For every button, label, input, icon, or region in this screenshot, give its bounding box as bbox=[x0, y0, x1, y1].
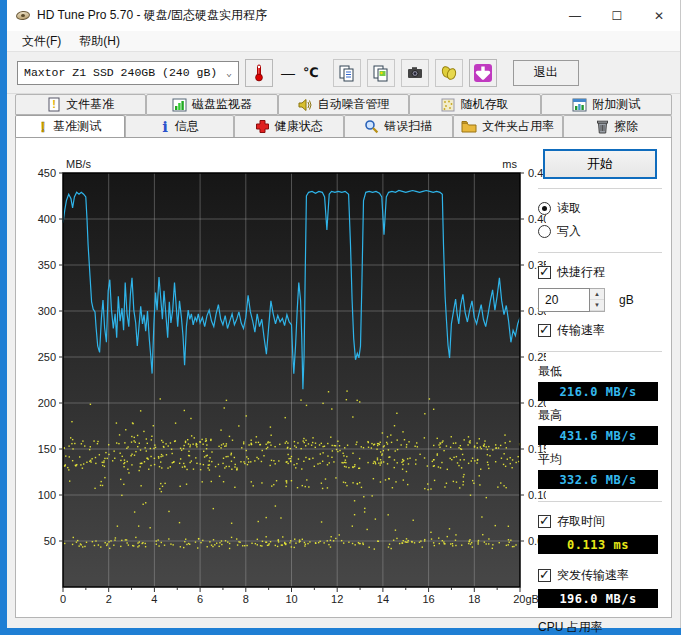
min-speed-display: 216.0 MB/s bbox=[538, 382, 658, 401]
tab-label: 文件夹占用率 bbox=[482, 118, 554, 135]
tab-row-back: ! 文件基准 磁盘监视器 自动噪音管理 随机存取 bbox=[7, 94, 680, 115]
tab-label: 随机存取 bbox=[460, 96, 508, 113]
exclamation-icon: ! bbox=[38, 119, 48, 135]
tab-label: 附加测试 bbox=[592, 96, 640, 113]
disk-monitor-icon bbox=[172, 98, 187, 112]
tab-folder-usage[interactable]: 文件夹占用率 bbox=[453, 115, 563, 137]
burst-rate-display: 196.0 MB/s bbox=[538, 589, 658, 608]
svg-text:200: 200 bbox=[38, 397, 56, 409]
tab-row-front: ! 基准测试 i 信息 健康状态 错误扫描 bbox=[7, 115, 680, 137]
svg-text:20gB: 20gB bbox=[513, 593, 539, 605]
tab-label: 自动噪音管理 bbox=[318, 96, 390, 113]
camera-icon bbox=[406, 64, 424, 82]
trash-icon bbox=[596, 119, 609, 134]
write-label: 写入 bbox=[557, 223, 581, 240]
svg-text:i: i bbox=[162, 119, 168, 134]
random-access-icon bbox=[441, 98, 455, 112]
min-label: 最低 bbox=[538, 363, 662, 380]
menu-file[interactable]: 文件(F) bbox=[13, 31, 70, 52]
temperature-button[interactable] bbox=[245, 59, 273, 87]
tab-error-scan[interactable]: 错误扫描 bbox=[344, 115, 454, 137]
svg-text:12: 12 bbox=[331, 593, 343, 605]
tab-label: 信息 bbox=[175, 118, 199, 135]
maximize-button[interactable]: ☐ bbox=[596, 0, 638, 31]
access-time-label: 存取时间 bbox=[557, 513, 605, 530]
stepper-up-icon[interactable]: ▲ bbox=[590, 289, 604, 300]
info-icon: i bbox=[160, 119, 170, 134]
donate-button[interactable] bbox=[435, 59, 463, 87]
tab-info[interactable]: i 信息 bbox=[125, 115, 235, 137]
svg-text:2: 2 bbox=[106, 593, 112, 605]
size-input[interactable]: 20 bbox=[538, 288, 590, 312]
minimize-button[interactable]: — bbox=[554, 0, 596, 31]
tab-label: 磁盘监视器 bbox=[192, 96, 252, 113]
max-speed-display: 431.6 MB/s bbox=[538, 426, 658, 445]
drive-select-value: Maxtor Z1 SSD 240GB (240 gB) bbox=[24, 66, 217, 79]
svg-text:400: 400 bbox=[38, 213, 56, 225]
svg-text:100: 100 bbox=[38, 489, 56, 501]
tab-file-benchmark[interactable]: ! 文件基准 bbox=[15, 94, 146, 115]
close-button[interactable]: ✕ bbox=[638, 0, 680, 31]
app-window: HD Tune Pro 5.70 - 硬盘/固态硬盘实用程序 — ☐ ✕ 文件(… bbox=[7, 0, 681, 628]
size-stepper[interactable]: ▲ ▼ bbox=[590, 288, 605, 312]
transfer-rate-option[interactable]: 传输速率 bbox=[538, 322, 662, 339]
svg-text:!: ! bbox=[41, 119, 46, 135]
svg-text:350: 350 bbox=[38, 259, 56, 271]
read-option[interactable]: 读取 bbox=[538, 200, 662, 217]
write-option[interactable]: 写入 bbox=[538, 223, 662, 240]
save-results-button[interactable] bbox=[469, 59, 497, 87]
transfer-rate-checkbox[interactable] bbox=[538, 324, 551, 337]
toolbar: Maxtor Z1 SSD 240GB (240 gB) ⌄ — ℃ bbox=[7, 52, 680, 94]
svg-text:50: 50 bbox=[44, 535, 56, 547]
access-time-checkbox[interactable] bbox=[538, 515, 551, 528]
copy-image-button[interactable] bbox=[367, 59, 395, 87]
access-time-option[interactable]: 存取时间 bbox=[538, 513, 662, 530]
tab-extra-tests[interactable]: 附加测试 bbox=[541, 94, 672, 115]
read-radio[interactable] bbox=[538, 202, 551, 215]
tab-aam[interactable]: 自动噪音管理 bbox=[278, 94, 409, 115]
tab-erase[interactable]: 擦除 bbox=[563, 115, 673, 137]
svg-text:18: 18 bbox=[468, 593, 480, 605]
temperature-unit: ℃ bbox=[303, 65, 319, 80]
svg-text:14: 14 bbox=[377, 593, 389, 605]
health-cross-icon bbox=[255, 119, 270, 134]
tab-random-access[interactable]: 随机存取 bbox=[409, 94, 540, 115]
copy-image-icon bbox=[372, 64, 390, 82]
chart-area: MB/sms450400350300250200150100500.450.40… bbox=[18, 140, 546, 612]
folder-icon bbox=[461, 120, 477, 133]
short-stroke-checkbox[interactable] bbox=[538, 266, 551, 279]
drive-select[interactable]: Maxtor Z1 SSD 240GB (240 gB) ⌄ bbox=[17, 61, 239, 85]
svg-text:8: 8 bbox=[243, 593, 249, 605]
svg-text:450: 450 bbox=[38, 167, 56, 179]
tab-health[interactable]: 健康状态 bbox=[234, 115, 344, 137]
burst-rate-checkbox[interactable] bbox=[538, 569, 551, 582]
read-label: 读取 bbox=[557, 200, 581, 217]
start-button[interactable]: 开始 bbox=[543, 149, 657, 179]
svg-text:150: 150 bbox=[38, 443, 56, 455]
short-stroke-label: 快捷行程 bbox=[557, 264, 605, 281]
hands-icon bbox=[440, 64, 458, 82]
write-radio[interactable] bbox=[538, 225, 551, 238]
avg-label: 平均 bbox=[538, 451, 662, 468]
copy-text-button[interactable] bbox=[333, 59, 361, 87]
transfer-rate-label: 传输速率 bbox=[557, 322, 605, 339]
tab-label: 文件基准 bbox=[66, 96, 114, 113]
screenshot-button[interactable] bbox=[401, 59, 429, 87]
cpu-label: CPU 占用率 bbox=[538, 619, 662, 635]
divider bbox=[538, 501, 662, 502]
tab-benchmark[interactable]: ! 基准测试 bbox=[15, 115, 125, 137]
svg-text:10: 10 bbox=[285, 593, 297, 605]
access-time-display: 0.113 ms bbox=[538, 535, 658, 554]
chevron-down-icon: ⌄ bbox=[226, 67, 232, 79]
tab-disk-monitor[interactable]: 磁盘监视器 bbox=[146, 94, 277, 115]
exit-button[interactable]: 退出 bbox=[513, 60, 579, 86]
burst-rate-option[interactable]: 突发传输速率 bbox=[538, 567, 662, 584]
svg-text:4: 4 bbox=[151, 593, 157, 605]
menu-help[interactable]: 帮助(H) bbox=[70, 31, 129, 52]
svg-text:MB/s: MB/s bbox=[66, 158, 92, 170]
stepper-down-icon[interactable]: ▼ bbox=[590, 300, 604, 311]
download-arrow-icon bbox=[473, 63, 493, 83]
short-stroke-size: 20 ▲ ▼ gB bbox=[538, 288, 662, 312]
svg-text:6: 6 bbox=[197, 593, 203, 605]
short-stroke-option[interactable]: 快捷行程 bbox=[538, 264, 662, 281]
